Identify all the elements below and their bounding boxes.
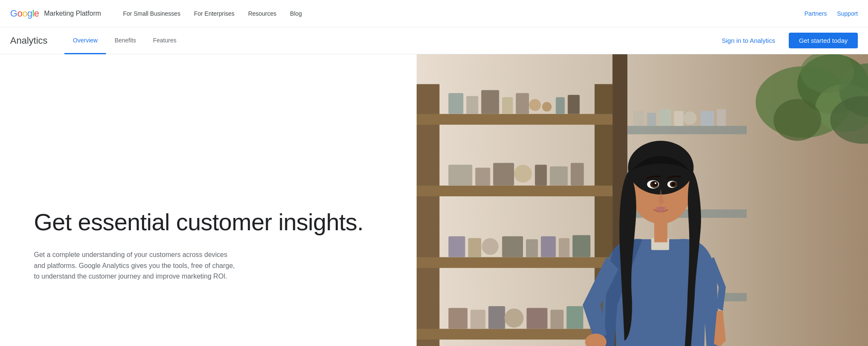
svg-point-54 (684, 112, 697, 125)
svg-rect-28 (526, 239, 538, 257)
svg-rect-27 (502, 236, 523, 257)
svg-rect-30 (559, 238, 569, 257)
top-navigation: Google Marketing Platform For Small Busi… (0, 0, 868, 27)
svg-rect-9 (466, 96, 478, 114)
nav-partners[interactable]: Partners (804, 10, 827, 17)
top-nav-right: Partners Support (804, 10, 858, 17)
svg-point-20 (514, 165, 532, 182)
svg-rect-5 (417, 186, 612, 196)
tab-features[interactable]: Features (145, 27, 185, 54)
svg-rect-4 (417, 114, 612, 125)
secondary-navigation: Analytics Overview Benefits Features Sig… (0, 27, 868, 54)
svg-rect-15 (556, 97, 565, 114)
svg-rect-56 (717, 109, 726, 126)
tab-overview[interactable]: Overview (64, 27, 106, 54)
svg-rect-25 (468, 238, 481, 257)
svg-rect-22 (550, 167, 568, 186)
svg-point-67 (671, 183, 675, 186)
svg-rect-24 (448, 236, 465, 257)
svg-rect-55 (701, 111, 714, 126)
svg-rect-6 (417, 257, 612, 268)
svg-rect-18 (475, 167, 490, 185)
svg-rect-38 (567, 306, 583, 329)
tab-benefits[interactable]: Benefits (106, 27, 145, 54)
svg-rect-23 (571, 163, 584, 185)
svg-rect-52 (659, 109, 671, 126)
nav-blog[interactable]: Blog (285, 7, 307, 20)
hero-left-content: Get essential customer insights. Get a c… (0, 54, 417, 346)
svg-rect-31 (573, 235, 590, 257)
svg-rect-51 (647, 113, 656, 126)
svg-point-26 (482, 238, 498, 255)
svg-point-43 (773, 99, 821, 141)
svg-rect-11 (502, 97, 513, 114)
svg-rect-53 (674, 111, 684, 126)
svg-rect-8 (448, 93, 463, 114)
svg-point-13 (529, 99, 541, 111)
svg-rect-37 (551, 310, 564, 329)
svg-rect-47 (627, 126, 746, 134)
hero-illustration (417, 54, 868, 346)
google-marketing-platform-logo[interactable]: Google Marketing Platform (10, 8, 101, 19)
secondary-nav-right: Sign in to Analytics Get started today (715, 33, 858, 48)
hero-image-area (417, 54, 868, 346)
svg-point-14 (542, 102, 552, 112)
svg-rect-10 (481, 90, 499, 114)
svg-rect-36 (526, 308, 547, 329)
svg-rect-34 (488, 306, 505, 329)
get-started-button[interactable]: Get started today (789, 33, 858, 48)
analytics-brand-label: Analytics (10, 35, 47, 46)
nav-for-small-businesses[interactable]: For Small Businesses (118, 7, 185, 20)
secondary-nav-tabs: Overview Benefits Features (64, 27, 715, 54)
platform-label: Marketing Platform (44, 10, 101, 17)
svg-rect-33 (470, 310, 485, 329)
svg-rect-7 (417, 329, 612, 339)
hero-title: Get essential customer insights. (34, 209, 391, 236)
svg-rect-17 (448, 165, 472, 185)
google-logo: Google (10, 8, 39, 19)
hero-section: Get essential customer insights. Get a c… (0, 54, 868, 346)
svg-point-35 (504, 309, 523, 328)
nav-for-enterprises[interactable]: For Enterprises (189, 7, 240, 20)
top-nav-links: For Small Businesses For Enterprises Res… (118, 7, 804, 20)
hero-description: Get a complete understanding of your cus… (34, 249, 237, 282)
svg-rect-50 (633, 111, 644, 126)
svg-point-64 (654, 182, 656, 184)
svg-rect-29 (541, 236, 556, 257)
svg-rect-32 (448, 308, 467, 329)
sign-in-link[interactable]: Sign in to Analytics (715, 33, 782, 47)
svg-rect-16 (568, 95, 580, 114)
svg-rect-12 (516, 93, 529, 114)
svg-rect-19 (493, 163, 514, 185)
svg-rect-21 (535, 165, 547, 185)
nav-support[interactable]: Support (837, 10, 858, 17)
nav-resources[interactable]: Resources (243, 7, 281, 20)
